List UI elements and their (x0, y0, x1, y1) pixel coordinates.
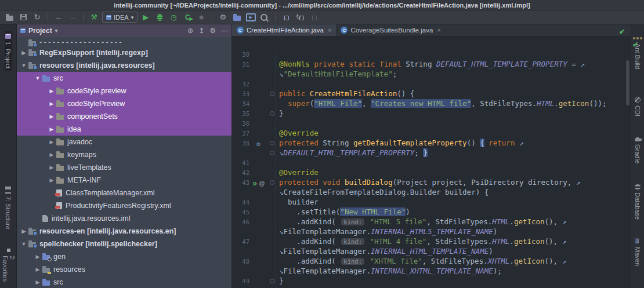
tree-item-row[interactable]: ‐ ‐ ‐ ‐ ‐ ‐ ‐ ‐ ‐ ‐ ‐ ‐ ‐ ‐ ‐ ‐ ‐ ‐ ‐ (17, 38, 231, 46)
tree-item-keymaps[interactable]: ▶keymaps (17, 148, 231, 161)
code-row[interactable]: 30 (232, 49, 631, 59)
tree-item-intellij.java.resources.iml[interactable]: intellij.java.resources.iml (17, 212, 231, 225)
tree-item-src[interactable]: ▶src (17, 276, 231, 288)
code-row[interactable]: ↘"DefaultHtmlFileTemplate"; (232, 69, 631, 79)
fold-marker-icon[interactable] (268, 108, 276, 118)
code-row[interactable]: ↘FileTemplateManager.INTERNAL_HTML_TEMPL… (232, 246, 631, 256)
code-row[interactable]: 49} (232, 276, 631, 286)
code-row[interactable]: 46 .addKind( kind: "HTML 5 file", StdFil… (232, 217, 631, 227)
fold-marker-icon[interactable] (268, 89, 276, 99)
code-row[interactable]: ↘DEFAULT_HTML_TEMPLATE_PROPERTY; } (232, 148, 631, 158)
code-row[interactable]: 50 (232, 286, 631, 288)
tree-expand-arrow-icon[interactable]: ▶ (47, 126, 56, 132)
tool-button-structure[interactable]: 7: Structure (5, 184, 12, 232)
tree-item-resources[interactable]: ▼resources [intellij.java.resources] (17, 59, 231, 72)
tree-item-spellchecker[interactable]: ▼spellchecker [intellij.spellchecker] (17, 238, 231, 250)
synchronize-icon[interactable]: ↻ (31, 12, 43, 23)
code-row[interactable]: 48 .addKind( kind: "XHTML file", StdFile… (232, 256, 631, 266)
code-row[interactable]: 36 (232, 118, 631, 128)
tree-item-componentSets[interactable]: ▶componentSets (17, 110, 231, 123)
tree-expand-arrow-icon[interactable]: ▶ (47, 101, 56, 107)
code-row[interactable]: 34 super("HTML File", "Creates new HTML … (232, 99, 631, 108)
tree-item-codeStyle.preview[interactable]: ▶codeStyle.preview (17, 85, 231, 97)
run-icon[interactable]: ▶ (140, 12, 151, 23)
settings-gear-icon[interactable]: ⚙ (209, 27, 216, 35)
search-everywhere-icon[interactable] (259, 12, 270, 23)
back-icon[interactable]: ← (53, 12, 64, 23)
code-row[interactable]: 37@Override (232, 128, 631, 138)
tree-expand-arrow-icon[interactable]: ▶ (47, 177, 56, 183)
run-coverage-icon[interactable]: ◷ (168, 12, 179, 23)
collapse-all-icon[interactable]: ↥ (198, 27, 204, 35)
tool-button-project[interactable]: 1: Project (5, 31, 12, 71)
vcs-update-icon[interactable]: ↓ (280, 12, 292, 23)
vcs-push-icon[interactable]: ↑ (308, 12, 320, 23)
tree-expand-arrow-icon[interactable]: ▶ (47, 165, 56, 170)
code-row[interactable]: 44 builder (232, 197, 631, 207)
close-tab-icon[interactable]: × (437, 27, 440, 34)
locate-icon[interactable]: ⊕ (187, 27, 193, 35)
code-row[interactable]: ↘FileTemplateManager.INTERNAL_XHTML_TEMP… (232, 266, 631, 276)
code-row[interactable]: 35} (232, 108, 631, 118)
debug-bug-icon[interactable] (154, 12, 165, 23)
tree-item-META-INF[interactable]: ▶META-INF (17, 174, 231, 187)
code-row[interactable]: ↘CreateFileFromTemplateDialog.Builder bu… (232, 187, 631, 197)
code-row[interactable]: 45 .setTitle("New HTML File") (232, 207, 631, 217)
tab-CoverageSuitesBundle.java[interactable]: CCoverageSuitesBundle.java× (336, 24, 445, 36)
save-all-icon[interactable] (17, 12, 29, 23)
run-profiler-icon[interactable]: C▶ (182, 12, 193, 23)
override-marker-icon[interactable]: o↑ (249, 138, 268, 148)
code-row[interactable]: 42@Override (232, 167, 631, 177)
code-row[interactable]: 31@NonNls private static final String DE… (232, 59, 631, 69)
tool-button-cdi[interactable]: CDI (634, 94, 641, 119)
fold-marker-icon[interactable] (268, 148, 276, 158)
tree-item-ClassTemplateManager.xml[interactable]: ClassTemplateManager.xml (17, 187, 231, 199)
tool-button-database[interactable]: Database (634, 182, 641, 222)
tree-item-javadoc[interactable]: ▶javadoc (17, 136, 231, 148)
tree-item-resources-en[interactable]: ▶resources-en [intellij.java.resources.e… (17, 225, 231, 238)
code-row[interactable]: ↘FileTemplateManager.INTERNAL_HTML5_TEMP… (232, 227, 631, 236)
tab-CreateHtmlFileAction.java[interactable]: CCreateHtmlFileAction.java× (232, 24, 336, 36)
tree-item-src[interactable]: ▼src (17, 72, 231, 85)
tree-item-gen[interactable]: ▶gen (17, 250, 231, 263)
tree-item-resources[interactable]: ▶resources (17, 263, 231, 276)
tree-item-ProductivityFeaturesRegistry.xml[interactable]: ProductivityFeaturesRegistry.xml (17, 199, 231, 212)
vcs-history-icon[interactable]: ↻ (294, 12, 306, 23)
run-config-combo[interactable]: IDEA▾ (102, 12, 138, 23)
tree-expand-arrow-icon[interactable]: ▼ (33, 75, 42, 81)
code-row[interactable]: 43o↑@protected void buildDialog(Project … (232, 177, 631, 187)
build-hammer-icon[interactable]: ⚒ (88, 12, 100, 23)
tree-expand-arrow-icon[interactable]: ▼ (19, 63, 28, 68)
tools-wrench-icon[interactable]: ⚙ (217, 12, 229, 23)
fold-marker-icon[interactable] (268, 138, 276, 148)
override-marker-icon[interactable]: o↑@ (249, 177, 268, 188)
tree-expand-arrow-icon[interactable]: ▶ (19, 228, 28, 234)
tool-button-gradle[interactable]: Gradle (634, 135, 641, 166)
tree-expand-arrow-icon[interactable]: ▶ (33, 279, 42, 285)
forward-icon[interactable]: → (67, 12, 78, 23)
project-tree[interactable]: ‐ ‐ ‐ ‐ ‐ ‐ ‐ ‐ ‐ ‐ ‐ ‐ ‐ ‐ ‐ ‐ ‐ ‐ ‐▶Re… (17, 37, 231, 288)
tree-expand-arrow-icon[interactable]: ▼ (19, 241, 28, 247)
tree-expand-arrow-icon[interactable]: ▶ (47, 139, 56, 145)
hide-panel-icon[interactable]: — (221, 27, 228, 35)
tree-expand-arrow-icon[interactable]: ▶ (47, 114, 56, 119)
code-row[interactable]: 41 (232, 158, 631, 167)
tree-expand-arrow-icon[interactable]: ▶ (47, 152, 56, 158)
open-icon[interactable] (3, 12, 15, 23)
tree-item-liveTemplates[interactable]: ▶liveTemplates (17, 161, 231, 174)
tree-item-idea[interactable]: ▶idea (17, 123, 231, 136)
tree-expand-arrow-icon[interactable]: ▶ (47, 88, 56, 94)
code-row[interactable]: 32 (232, 79, 631, 89)
tool-button-maven[interactable]: mMaven (634, 236, 641, 268)
tree-item-codeStylePreview[interactable]: ▶codeStylePreview (17, 97, 231, 110)
fold-marker-icon[interactable] (268, 276, 276, 286)
tree-expand-arrow-icon[interactable]: ▶ (19, 50, 28, 56)
tree-expand-arrow-icon[interactable]: ▶ (33, 254, 42, 260)
code-row[interactable]: 47 .addKind( kind: "HTML 4 file", StdFil… (232, 236, 631, 246)
code-row[interactable]: 33public CreateHtmlFileAction() { (232, 89, 631, 99)
stop-icon[interactable]: ■ (196, 12, 207, 23)
tree-expand-arrow-icon[interactable]: ▶ (33, 267, 42, 272)
code-editor[interactable]: 3031@NonNls private static final String … (232, 37, 631, 288)
fold-marker-icon[interactable] (268, 177, 276, 187)
editor-scrollbar[interactable] (626, 60, 629, 105)
